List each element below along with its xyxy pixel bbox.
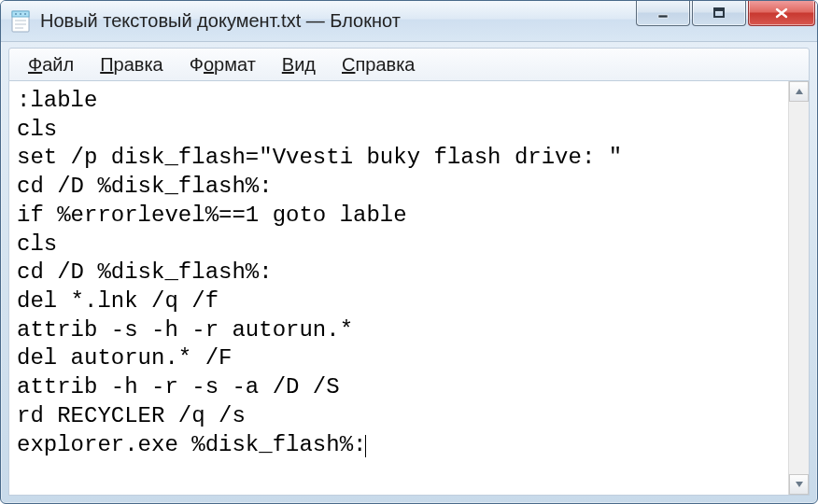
menubar: Файл Правка Формат Вид Справка: [8, 48, 810, 81]
window-title: Новый текстовый документ.txt — Блокнот: [40, 10, 636, 32]
editor-container: :lable cls set /p disk_flash="Vvesti buk…: [8, 81, 810, 496]
text-caret: [365, 435, 366, 457]
text-editor[interactable]: :lable cls set /p disk_flash="Vvesti buk…: [9, 81, 788, 495]
maximize-icon: [712, 7, 726, 20]
titlebar[interactable]: Новый текстовый документ.txt — Блокнот: [1, 1, 817, 42]
scroll-track[interactable]: [789, 102, 809, 474]
svg-rect-8: [658, 15, 668, 18]
menu-edit[interactable]: Правка: [89, 51, 175, 78]
notepad-icon: [10, 9, 31, 34]
svg-point-3: [20, 13, 21, 15]
minimize-button[interactable]: [636, 0, 690, 26]
menu-view[interactable]: Вид: [271, 51, 327, 78]
window-controls: [636, 0, 815, 26]
menu-file[interactable]: Файл: [17, 51, 85, 78]
scroll-down-button[interactable]: [789, 474, 809, 495]
svg-point-4: [24, 13, 26, 15]
maximize-button[interactable]: [692, 0, 746, 26]
minimize-icon: [656, 7, 670, 20]
vertical-scrollbar[interactable]: [788, 81, 809, 495]
chevron-up-icon: [795, 87, 804, 96]
menu-help[interactable]: Справка: [331, 51, 426, 78]
notepad-window: Новый текстовый документ.txt — Блокнот: [0, 0, 818, 504]
scroll-up-button[interactable]: [789, 81, 809, 102]
close-button[interactable]: [748, 0, 815, 26]
svg-point-2: [15, 13, 17, 15]
svg-rect-10: [714, 8, 724, 11]
close-icon: [774, 7, 789, 20]
chevron-down-icon: [795, 480, 804, 489]
menu-format[interactable]: Формат: [178, 51, 267, 78]
